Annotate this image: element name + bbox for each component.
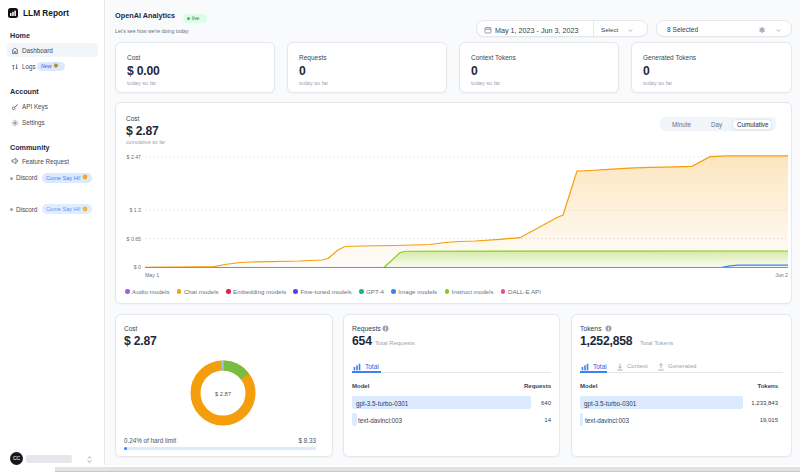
svg-text:$ 2.47: $ 2.47: [127, 154, 142, 160]
svg-text:$ 2.87: $ 2.87: [214, 391, 230, 397]
svg-text:$ 0: $ 0: [134, 264, 141, 270]
svg-text:Jun 2: Jun 2: [775, 272, 788, 278]
svg-text:$ 0.65: $ 0.65: [127, 236, 142, 242]
svg-text:May 1: May 1: [145, 272, 159, 278]
svg-text:$ 1.3: $ 1.3: [129, 207, 141, 213]
